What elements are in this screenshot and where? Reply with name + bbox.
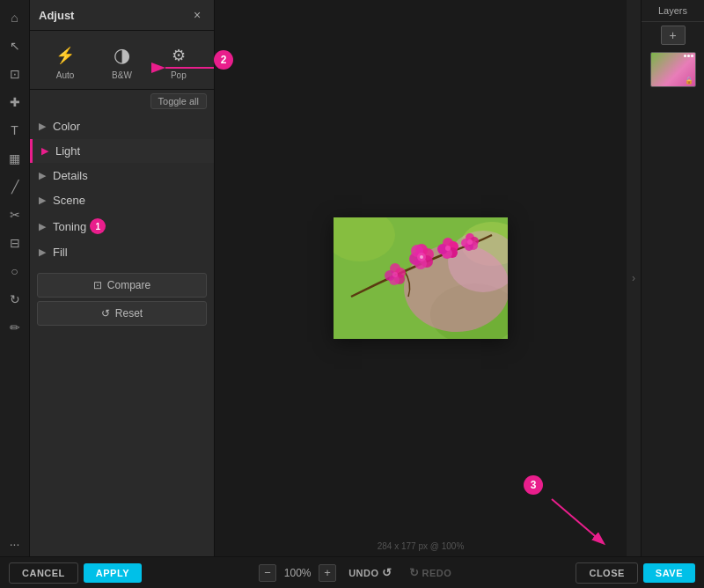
toggle-all-row: Toggle all [30, 90, 214, 113]
section-fill-label: Fill [53, 246, 68, 259]
undo-icon: ↺ [382, 566, 392, 579]
close-button[interactable]: CLOSE [576, 562, 637, 584]
save-button[interactable]: SAVE [643, 563, 695, 583]
reset-button[interactable]: ↺ Reset [37, 301, 207, 326]
heal-icon[interactable]: ✚ [3, 90, 27, 114]
annotation-3: 3 [524, 475, 543, 495]
compare-label: Compare [107, 279, 150, 291]
menu-dot [687, 55, 690, 57]
reset-label: Reset [115, 307, 143, 320]
reset-icon: ↺ [101, 307, 110, 320]
auto-icon: ⚡ [53, 43, 77, 68]
auto-preset-button[interactable]: ⚡ Auto [46, 40, 84, 84]
sliders-icon[interactable]: ⊟ [3, 231, 27, 255]
svg-line-32 [552, 499, 600, 540]
redo-button: ↻ REDO [402, 563, 458, 582]
bottom-center-controls: − 100% + UNDO ↺ ↻ REDO [259, 563, 458, 582]
layers-panel: Layers + 🔒 [641, 0, 704, 556]
lock-icon: 🔒 [685, 77, 693, 85]
zoom-in-button[interactable]: + [319, 564, 336, 582]
layer-thumbnail[interactable]: 🔒 [650, 52, 696, 87]
section-scene[interactable]: ▶ Scene [30, 188, 214, 212]
history-icon[interactable]: ↻ [3, 287, 27, 312]
more-icon[interactable]: ··· [3, 532, 27, 556]
section-details-label: Details [53, 169, 88, 182]
section-scene-label: Scene [53, 194, 85, 207]
menu-dot [684, 55, 686, 57]
zoom-out-button[interactable]: − [259, 564, 276, 582]
adjust-title: Adjust [39, 9, 74, 22]
chevron-right-icon-scene: ▶ [39, 195, 46, 206]
brush-icon[interactable]: ╱ [3, 174, 27, 199]
menu-dot [691, 55, 693, 57]
svg-point-19 [445, 246, 451, 251]
chevron-right-icon-fill: ▶ [39, 246, 46, 258]
bottom-left-actions: CANCEL APPLY [9, 562, 142, 584]
chevron-right-icon: ▶ [39, 121, 46, 132]
section-fill[interactable]: ▶ Fill [30, 240, 214, 264]
preset-row: ⚡ Auto ◑ B&W ⚙ Pop [30, 31, 214, 90]
section-light-label: Light [55, 144, 80, 158]
toggle-all-button[interactable]: Toggle all [150, 93, 207, 109]
section-light[interactable]: ▶ Light [30, 139, 214, 163]
redo-icon: ↻ [409, 566, 420, 579]
chevron-right-icon-light: ▶ [41, 145, 48, 157]
add-layer-button[interactable]: + [661, 26, 686, 45]
pop-icon: ⚙ [166, 43, 191, 68]
redo-label: REDO [422, 568, 452, 578]
section-color-label: Color [53, 120, 80, 133]
undo-label: UNDO [348, 568, 378, 578]
zoom-value: 100% [282, 567, 313, 579]
toning-badge: 1 [90, 218, 106, 234]
action-buttons: ⊡ Compare ↺ Reset [30, 273, 214, 326]
annotation-3-arrow [521, 477, 627, 556]
section-color[interactable]: ▶ Color [30, 114, 214, 138]
section-list: ▶ Color ▶ Light ▶ Details ▶ Scene ▶ Toni… [30, 113, 214, 266]
section-toning-label: Toning [53, 220, 86, 233]
canvas-area: 284 x 177 px @ 100% 3 [215, 0, 627, 556]
undo-button[interactable]: UNDO ↺ [341, 563, 399, 582]
panel-close-button[interactable]: × [189, 7, 205, 23]
undo-redo-group: UNDO ↺ ↻ REDO [341, 563, 458, 582]
adjust-panel: Adjust × ⚡ Auto ◑ B&W ⚙ Pop Toggl [30, 0, 215, 556]
svg-point-25 [392, 272, 398, 277]
crop-icon[interactable]: ⊡ [3, 62, 27, 86]
compare-button[interactable]: ⊡ Compare [37, 273, 207, 298]
pop-label: Pop [171, 70, 187, 80]
bw-icon: ◑ [109, 43, 134, 68]
adjust-header: Adjust × [30, 0, 214, 31]
collapse-handle[interactable]: › [627, 0, 641, 556]
image-info: 284 x 177 px @ 100% [378, 541, 465, 551]
chevron-right-icon-toning: ▶ [39, 221, 46, 232]
bw-preset-button[interactable]: ◑ B&W [102, 40, 141, 84]
pen-icon[interactable]: ✏ [3, 315, 27, 340]
section-toning[interactable]: ▶ Toning 1 [30, 213, 214, 239]
svg-point-13 [420, 255, 423, 259]
bottom-right-actions: CLOSE SAVE [576, 562, 695, 584]
section-details[interactable]: ▶ Details [30, 164, 214, 187]
overlay-icon[interactable]: ▦ [3, 146, 27, 171]
bottom-bar: CANCEL APPLY − 100% + UNDO ↺ ↻ REDO CLOS… [0, 556, 704, 588]
cursor-icon[interactable]: ↖ [3, 33, 27, 58]
apply-button[interactable]: APPLY [84, 563, 142, 583]
pop-preset-button[interactable]: ⚙ Pop [159, 40, 198, 84]
text-icon[interactable]: T [3, 118, 27, 143]
svg-point-31 [467, 239, 473, 245]
home-icon[interactable]: ⌂ [3, 5, 27, 30]
cancel-button[interactable]: CANCEL [9, 562, 78, 584]
layers-title: Layers [642, 0, 704, 22]
auto-label: Auto [56, 70, 75, 80]
chevron-right-icon-details: ▶ [39, 170, 46, 181]
circle-icon[interactable]: ○ [3, 259, 27, 283]
scissors-icon[interactable]: ✂ [3, 202, 27, 227]
bw-label: B&W [112, 70, 132, 80]
canvas-image[interactable] [334, 217, 508, 339]
icon-bar: ⌂ ↖ ⊡ ✚ T ▦ ╱ ✂ ⊟ ○ ↻ ✏ ··· [0, 0, 30, 556]
compare-icon: ⊡ [93, 279, 102, 291]
layer-menu [684, 55, 693, 57]
